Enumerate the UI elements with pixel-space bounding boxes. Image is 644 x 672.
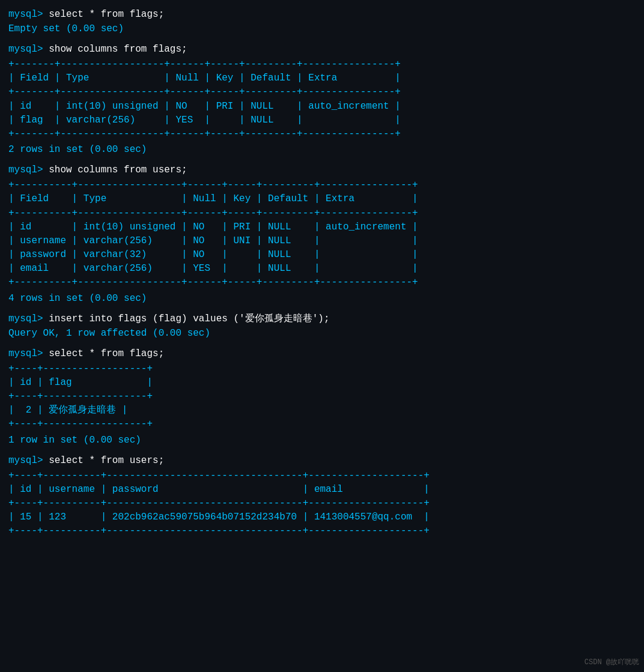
table-row: | 15 | 123 | 202cb962ac59075b964b07152d2… — [8, 510, 636, 524]
prompt: mysql> — [8, 455, 49, 466]
command-text: select * from users; — [49, 455, 164, 466]
table-row: | password | varchar(32) | NO | | NULL |… — [8, 248, 636, 262]
command-line-5: mysql> select * from flags; — [8, 347, 636, 361]
output-line: 2 rows in set (0.00 sec) — [8, 142, 636, 157]
prompt: mysql> — [8, 9, 49, 20]
command-line-1: mysql> select * from flags; — [8, 7, 636, 22]
prompt: mysql> — [8, 313, 49, 324]
table-header-sep: +----+----------+-----------------------… — [8, 497, 636, 510]
command-text: select * from flags; — [49, 9, 164, 20]
command-block-6: mysql> select * from users; +----+------… — [8, 453, 636, 539]
table-footer: +----+----------+-----------------------… — [8, 524, 636, 538]
command-line-3: mysql> show columns from users; — [8, 163, 636, 177]
command-line-4: mysql> insert into flags (flag) values (… — [8, 312, 636, 326]
command-text: show columns from users; — [49, 165, 187, 175]
output-line: 1 row in set (0.00 sec) — [8, 433, 636, 447]
command-line-6: mysql> select * from users; — [8, 453, 636, 468]
command-text: select * from flags; — [49, 348, 164, 359]
table-header: | Field | Type | Null | Key | Default | … — [8, 192, 636, 206]
table-users-data: +----+----------+-----------------------… — [8, 469, 636, 539]
table-sep: +----+------------------+ — [8, 362, 636, 376]
table-header-sep: +----------+------------------+------+--… — [8, 207, 636, 220]
command-block-5: mysql> select * from flags; +----+------… — [8, 347, 636, 447]
output-line: Empty set (0.00 sec) — [8, 22, 636, 36]
table-sep: +----+----------+-----------------------… — [8, 469, 636, 483]
command-block-1: mysql> select * from flags; Empty set (0… — [8, 7, 636, 36]
table-footer: +----------+------------------+------+--… — [8, 276, 636, 289]
table-header-sep: +----+------------------+ — [8, 390, 636, 404]
table-row: | id | int(10) unsigned | NO | PRI | NUL… — [8, 220, 636, 234]
table-flags-data: +----+------------------+ | id | flag | … — [8, 362, 636, 432]
prompt: mysql> — [8, 348, 49, 359]
terminal: mysql> select * from flags; Empty set (0… — [8, 7, 636, 539]
command-block-2: mysql> show columns from flags; +-------… — [8, 42, 636, 157]
prompt: mysql> — [8, 165, 49, 175]
table-sep: +-------+------------------+------+-----… — [8, 58, 636, 71]
prompt: mysql> — [8, 44, 49, 55]
table-row: | email | varchar(256) | YES | | NULL | … — [8, 262, 636, 276]
table-users-columns: +----------+------------------+------+--… — [8, 178, 636, 290]
command-block-4: mysql> insert into flags (flag) values (… — [8, 312, 636, 341]
table-footer: +-------+------------------+------+-----… — [8, 127, 636, 141]
table-row: | username | varchar(256) | NO | UNI | N… — [8, 234, 636, 248]
table-row: | flag | varchar(256) | YES | | NULL | | — [8, 114, 636, 127]
output-line: Query OK, 1 row affected (0.00 sec) — [8, 326, 636, 341]
command-line-2: mysql> show columns from flags; — [8, 42, 636, 56]
watermark: CSDN @故吖咣咣 — [585, 657, 639, 667]
table-header-sep: +-------+------------------+------+-----… — [8, 85, 636, 99]
table-header: | Field | Type | Null | Key | Default | … — [8, 71, 636, 85]
table-header: | id | username | password | email | — [8, 483, 636, 497]
table-sep: +----------+------------------+------+--… — [8, 178, 636, 192]
command-text: insert into flags (flag) values ('爱你孤身走暗… — [49, 313, 329, 324]
output-line: 4 rows in set (0.00 sec) — [8, 291, 636, 306]
table-row: | id | int(10) unsigned | NO | PRI | NUL… — [8, 100, 636, 114]
command-block-3: mysql> show columns from users; +-------… — [8, 163, 636, 306]
table-header: | id | flag | — [8, 376, 636, 390]
table-footer: +----+------------------+ — [8, 417, 636, 431]
table-row: | 2 | 爱你孤身走暗巷 | — [8, 404, 636, 417]
table-flags-columns: +-------+------------------+------+-----… — [8, 58, 636, 141]
command-text: show columns from flags; — [49, 44, 187, 55]
